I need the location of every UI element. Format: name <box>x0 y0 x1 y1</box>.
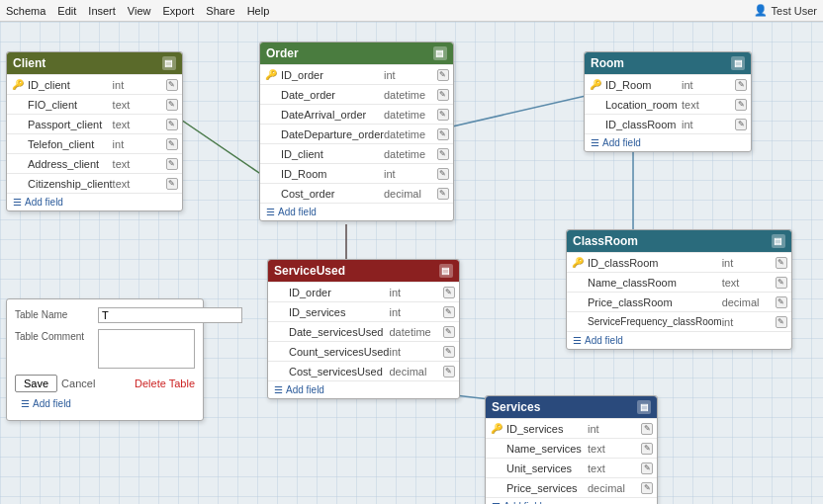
key-icon: 🔑 <box>264 68 278 82</box>
menubar: Schema Edit Insert View Export Share Hel… <box>0 0 823 22</box>
table-serviceused-header[interactable]: ServiceUsed ▤ <box>268 260 459 282</box>
spacer <box>264 187 278 201</box>
edit-icon[interactable]: ✎ <box>443 287 455 298</box>
edit-icon[interactable]: ✎ <box>443 306 455 318</box>
panel-add-field[interactable]: ☰ Add field <box>15 392 195 412</box>
spacer <box>490 481 503 495</box>
edit-icon[interactable]: ✎ <box>437 188 449 200</box>
edit-icon[interactable]: ✎ <box>166 79 178 91</box>
order-add-field[interactable]: ☰ Add field <box>260 203 453 220</box>
services-add-field[interactable]: ☰ Add field <box>486 497 657 504</box>
edit-icon[interactable]: ✎ <box>443 366 455 378</box>
table-services-menu-icon[interactable]: ▤ <box>637 400 651 414</box>
field-name: Address_client <box>28 158 113 170</box>
edit-icon[interactable]: ✎ <box>443 346 455 358</box>
table-room-header[interactable]: Room ▤ <box>585 52 751 74</box>
edit-icon[interactable]: ✎ <box>776 316 787 328</box>
edit-icon[interactable]: ✎ <box>437 168 449 180</box>
save-button[interactable]: Save <box>15 375 57 392</box>
add-icon: ☰ <box>274 384 283 395</box>
client-add-field[interactable]: ☰ Add field <box>7 193 182 210</box>
table-client-header[interactable]: Client ▤ <box>7 52 182 74</box>
menu-share[interactable]: Share <box>206 5 234 17</box>
serviceused-add-field[interactable]: ☰ Add field <box>268 380 459 398</box>
table-services-header[interactable]: Services ▤ <box>486 396 657 418</box>
menu-edit[interactable]: Edit <box>57 5 76 17</box>
field-name: ID_order <box>289 287 390 298</box>
edit-icon[interactable]: ✎ <box>735 99 747 111</box>
edit-icon[interactable]: ✎ <box>641 443 653 455</box>
menu-view[interactable]: View <box>128 5 151 17</box>
field-name: ID_Room <box>605 79 682 91</box>
table-client-menu-icon[interactable]: ▤ <box>162 56 176 70</box>
table-row: 🔑 ID_Room int ✎ <box>585 74 751 94</box>
field-type: int <box>682 79 731 91</box>
field-name: Name_services <box>506 443 588 455</box>
edit-icon[interactable]: ✎ <box>437 69 449 81</box>
edit-icon[interactable]: ✎ <box>166 99 178 111</box>
menu-help[interactable]: Help <box>247 5 270 17</box>
edit-icon[interactable]: ✎ <box>443 326 455 338</box>
cancel-button[interactable]: Cancel <box>61 378 95 389</box>
table-room-menu-icon[interactable]: ▤ <box>731 56 745 70</box>
spacer <box>11 157 25 171</box>
table-row: Cost_servicesUsed decimal ✎ <box>268 361 459 380</box>
edit-icon[interactable]: ✎ <box>437 148 449 160</box>
table-order-header[interactable]: Order ▤ <box>260 42 453 64</box>
table-name-input[interactable] <box>98 307 242 323</box>
field-name: Citizenship_client <box>28 178 113 190</box>
spacer <box>272 345 286 359</box>
field-type: int <box>722 257 772 269</box>
edit-icon[interactable]: ✎ <box>776 277 787 289</box>
field-name: Location_room <box>605 99 682 111</box>
table-row: Cost_order decimal ✎ <box>260 183 453 203</box>
table-comment-input[interactable] <box>98 329 195 369</box>
edit-icon[interactable]: ✎ <box>735 119 747 130</box>
table-room-title: Room <box>591 56 624 70</box>
field-type: int <box>722 316 772 328</box>
table-row: Telefon_client int ✎ <box>7 133 182 153</box>
table-row: DateDeparture_order datetime ✎ <box>260 124 453 143</box>
table-classroom-header[interactable]: ClassRoom ▤ <box>567 230 791 252</box>
edit-icon[interactable]: ✎ <box>166 178 178 190</box>
edit-icon[interactable]: ✎ <box>437 128 449 140</box>
edit-panel: Table Name Table Comment Save Cancel Del… <box>6 298 204 421</box>
spacer <box>490 442 503 456</box>
field-type: int <box>390 306 439 318</box>
add-icon: ☰ <box>21 398 30 409</box>
table-client-title: Client <box>13 56 46 70</box>
table-serviceused-menu-icon[interactable]: ▤ <box>439 264 453 278</box>
edit-icon[interactable]: ✎ <box>166 138 178 150</box>
table-classroom-title: ClassRoom <box>573 234 638 248</box>
table-classroom-menu-icon[interactable]: ▤ <box>772 234 785 248</box>
table-order-menu-icon[interactable]: ▤ <box>433 46 447 60</box>
field-name: ID_classRoom <box>605 119 682 130</box>
edit-icon[interactable]: ✎ <box>166 158 178 170</box>
edit-icon[interactable]: ✎ <box>641 462 653 474</box>
field-name: ID_order <box>281 69 384 81</box>
field-name: FIO_client <box>28 99 113 111</box>
field-type: int <box>390 287 439 298</box>
edit-icon[interactable]: ✎ <box>776 257 787 269</box>
field-name: ID_services <box>506 423 588 435</box>
edit-icon[interactable]: ✎ <box>641 423 653 435</box>
menu-schema[interactable]: Schema <box>6 5 46 17</box>
field-type: text <box>113 158 162 170</box>
edit-icon[interactable]: ✎ <box>735 79 747 91</box>
field-type: datetime <box>390 326 439 338</box>
edit-icon[interactable]: ✎ <box>437 109 449 121</box>
menu-insert[interactable]: Insert <box>88 5 116 17</box>
delete-table-button[interactable]: Delete Table <box>135 378 195 389</box>
room-add-field[interactable]: ☰ Add field <box>585 133 751 151</box>
spacer <box>264 88 278 102</box>
field-type: text <box>588 462 637 474</box>
menu-export[interactable]: Export <box>163 5 195 17</box>
classroom-add-field[interactable]: ☰ Add field <box>567 331 791 349</box>
edit-icon[interactable]: ✎ <box>776 296 787 308</box>
field-name: ID_client <box>28 79 113 91</box>
table-row: ServiceFrequency_classRoom int ✎ <box>567 311 791 331</box>
table-serviceused-title: ServiceUsed <box>274 264 345 278</box>
edit-icon[interactable]: ✎ <box>641 482 653 494</box>
edit-icon[interactable]: ✎ <box>166 119 178 130</box>
edit-icon[interactable]: ✎ <box>437 89 449 101</box>
